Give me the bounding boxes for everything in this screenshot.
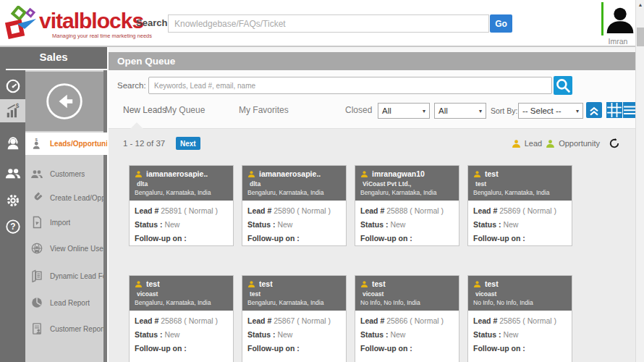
scrollbar-thumb[interactable] <box>637 28 644 46</box>
scroll-up-arrow-icon[interactable]: ▲ <box>636 0 644 10</box>
followup-label: Follow-up on : <box>135 234 187 243</box>
lead-person-icon <box>247 170 255 178</box>
sidebar-collapse-button[interactable] <box>25 72 103 131</box>
lead-card[interactable]: iamanaerosapie.. dlta Bengaluru, Karnata… <box>129 165 234 246</box>
sidebar-item-customer-report[interactable]: Customer Report <box>25 317 103 340</box>
refresh-button[interactable] <box>608 137 621 150</box>
rail-help-icon[interactable]: ? <box>0 215 25 238</box>
queue-search-button[interactable] <box>554 76 572 95</box>
lead-number-value: 25888 <box>386 206 407 215</box>
sidebar-item-import[interactable]: Import <box>25 211 103 234</box>
lead-location: Bengaluru, Karnataka, India <box>135 189 228 196</box>
rail-dashboard-icon[interactable] <box>0 75 25 98</box>
opportunity-legend-icon <box>546 139 555 148</box>
sort-direction-button[interactable] <box>586 102 602 118</box>
sidebar-item-lead-report[interactable]: Lead Report <box>25 291 103 314</box>
lead-card[interactable]: test vicoast Bengaluru, Karnataka, India… <box>129 275 234 362</box>
lead-card-header: test test Bengaluru, Karnataka, India <box>468 166 572 201</box>
lead-name: test <box>485 279 499 288</box>
lead-card[interactable]: test test Bengaluru, Karnataka, India Le… <box>467 165 572 246</box>
filter-select-1[interactable]: All ▾ <box>378 103 430 119</box>
lead-location: No Info, No Info, India <box>360 299 454 306</box>
support-agent-icon <box>5 135 21 151</box>
user-name: Imran <box>601 37 635 46</box>
sidebar-item-dynamic-lead-forms[interactable]: Dynamic Lead Forms <box>25 264 103 287</box>
lead-location: Bengaluru, Karnataka, India <box>473 189 567 196</box>
app-window: vitalblocks Managing your real time mark… <box>0 0 644 362</box>
lead-card-header: test vicoast No Info, No Info, India <box>355 276 459 311</box>
lead-company: dlta <box>137 180 228 188</box>
lead-number-label: Lead # <box>135 206 158 215</box>
rail-customers-icon[interactable] <box>0 161 25 185</box>
lead-location: Bengaluru, Karnataka, India <box>135 299 228 306</box>
status-value: New <box>503 330 518 339</box>
logo-text: vitalblocks <box>39 9 143 33</box>
lead-priority: ( Normal ) <box>297 206 331 215</box>
status-value: New <box>390 220 405 229</box>
lead-card[interactable]: test vicoast No Info, No Info, India Lea… <box>467 275 572 362</box>
lead-card[interactable]: test vicoast No Info, No Info, India Lea… <box>355 275 459 362</box>
filter-panel: Search: New Leads My Queue My Favorites … <box>109 70 635 129</box>
sidebar-item-create-lead[interactable]: Create Lead/Opportunity <box>25 186 103 209</box>
lead-priority: ( Normal ) <box>184 316 218 325</box>
lead-number-label: Lead # <box>473 206 497 215</box>
lead-person-icon <box>247 280 255 288</box>
tab-closed[interactable]: Closed <box>345 105 372 115</box>
lead-card[interactable]: imranagwan10 ViCoast Pvt Ltd., Bengaluru… <box>355 165 459 246</box>
status-label: Status : <box>473 220 501 229</box>
grid-view-button[interactable] <box>606 102 622 118</box>
user-avatar[interactable] <box>601 2 635 35</box>
sidebar: Sales $ <box>0 47 107 362</box>
followup-label: Follow-up on : <box>135 344 187 353</box>
page-title: Open Queue <box>117 56 175 67</box>
rail-support-icon[interactable] <box>0 131 25 154</box>
status-label: Status : <box>135 220 163 229</box>
lead-priority: ( Normal ) <box>184 206 218 215</box>
sidebar-item-customers[interactable]: Customers <box>25 162 103 185</box>
go-button[interactable]: Go <box>490 14 512 33</box>
sidebar-item-view-online-users[interactable]: View Online Users <box>25 237 103 260</box>
sort-select[interactable]: -- Select -- ▾ <box>518 103 583 119</box>
page-title-bar: Open Queue <box>109 52 635 70</box>
status-value: New <box>164 330 179 339</box>
tab-my-queue[interactable]: My Queue <box>165 105 205 115</box>
rail-sales-icon[interactable]: $ <box>0 99 25 122</box>
lead-card-header: iamanaerosapie.. dlta Bengaluru, Karnata… <box>130 166 233 201</box>
queue-search-input[interactable] <box>148 77 552 94</box>
filter-select-2[interactable]: All ▾ <box>434 103 486 119</box>
next-page-button[interactable]: Next <box>176 137 200 150</box>
search-icon <box>554 76 572 95</box>
logo-tagline: Managing your real time marketing needs <box>52 33 152 39</box>
lead-card-header: imranagwan10 ViCoast Pvt Ltd., Bengaluru… <box>355 166 459 201</box>
sort-by-label: Sort By: <box>491 106 517 115</box>
lead-person-icon <box>360 280 368 288</box>
page-scrollbar[interactable]: ▲ <box>635 0 644 362</box>
global-search-input[interactable] <box>168 14 489 33</box>
lead-priority: ( Normal ) <box>410 316 444 325</box>
status-label: Status : <box>135 330 163 339</box>
lead-cards-row-2: test vicoast Bengaluru, Karnataka, India… <box>129 275 572 362</box>
lead-person-icon: $ <box>30 138 43 151</box>
lead-company: dlta <box>250 180 341 188</box>
vitalblocks-logo-icon <box>4 6 38 42</box>
status-label: Status : <box>247 220 276 229</box>
followup-label: Follow-up on : <box>360 344 412 353</box>
rail-settings-icon[interactable] <box>0 189 25 212</box>
status-value: New <box>164 220 179 229</box>
lead-name: test <box>146 279 160 288</box>
svg-text:?: ? <box>10 222 15 232</box>
lead-company: vicoast <box>475 290 567 298</box>
filter-select-2-value: All <box>438 106 448 115</box>
lead-card[interactable]: iamanaerosapie.. dlta Bengaluru, Karnata… <box>242 165 347 246</box>
lead-legend-icon <box>512 139 521 148</box>
tab-new-leads[interactable]: New Leads <box>123 105 166 115</box>
magnet-icon <box>30 191 43 204</box>
lead-priority: ( Normal ) <box>297 316 331 325</box>
lead-number-value: 25865 <box>499 316 520 325</box>
sidebar-item-label: Leads/Opportunities <box>50 140 107 148</box>
sidebar-item-label: Dynamic Lead Forms <box>50 272 103 280</box>
tab-my-favorites[interactable]: My Favorites <box>239 105 289 115</box>
sidebar-module-title: Sales <box>0 51 107 63</box>
lead-card[interactable]: test test Bengaluru, Karnataka, India Le… <box>242 275 347 362</box>
sidebar-item-leads-opportunities[interactable]: $ Leads/Opportunities <box>25 132 107 155</box>
